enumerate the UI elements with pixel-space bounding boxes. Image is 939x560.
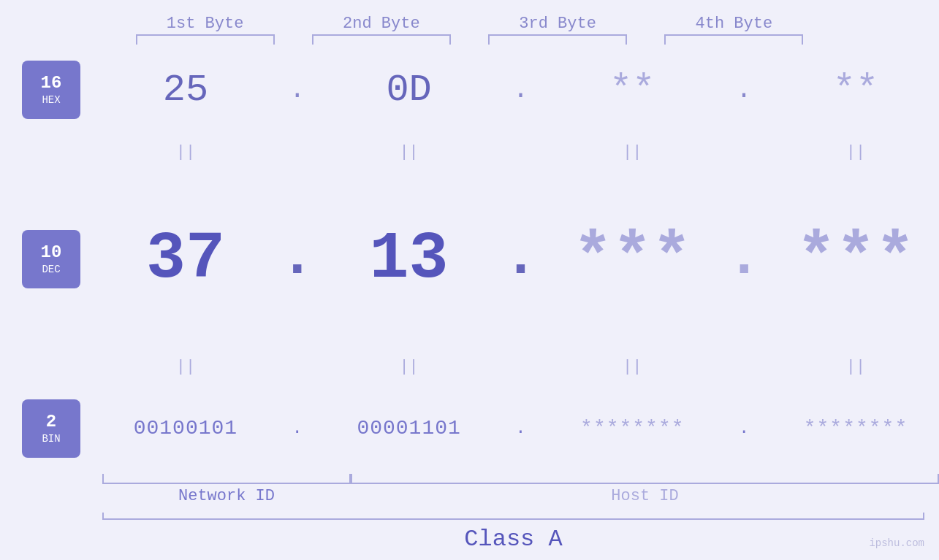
- bracket-2: [312, 34, 451, 45]
- class-label: Class A: [102, 526, 924, 553]
- sep-values-2: || || || ||: [102, 358, 939, 376]
- byte-headers: 1st Byte 2nd Byte 3rd Byte 4th Byte: [0, 15, 939, 33]
- hex-dot1: .: [283, 75, 312, 105]
- bin-dot3: .: [729, 418, 759, 438]
- class-bottom-bracket: [102, 513, 924, 520]
- sep-values-1: || || || ||: [102, 143, 939, 161]
- bin-dot2: .: [506, 418, 535, 438]
- dec-byte4: ***: [786, 222, 925, 296]
- byte2-header: 2nd Byte: [308, 15, 455, 33]
- host-id-label: Host ID: [351, 487, 939, 505]
- sep-cell-3: ||: [563, 143, 702, 161]
- dec-byte3: ***: [563, 222, 702, 296]
- hex-dot2: .: [506, 75, 535, 105]
- bracket-4: [664, 34, 803, 45]
- network-host-labels: Network ID Host ID: [102, 487, 939, 505]
- dec-byte2: 13: [340, 222, 479, 296]
- bin-badge: 2 BIN: [22, 399, 80, 458]
- bottom-section: Network ID Host ID Class A: [0, 474, 939, 560]
- dec-dot1: .: [283, 229, 312, 291]
- byte4-header: 4th Byte: [661, 15, 807, 33]
- hex-badge-area: 16 HEX: [0, 61, 102, 119]
- bin-values: 00100101 . 00001101 . ******** .: [102, 417, 939, 440]
- dec-row: 10 DEC 37 . 13 . ***: [0, 169, 939, 350]
- bin-badge-number: 2: [46, 412, 56, 433]
- hex-badge-number: 16: [41, 73, 62, 94]
- dec-dot3: .: [729, 229, 759, 291]
- hex-byte4: **: [786, 69, 925, 112]
- bin-byte1: 00100101: [116, 417, 255, 440]
- bottom-bracket-row: [102, 474, 939, 484]
- hex-row: 16 HEX 25 . 0D . **: [0, 45, 939, 136]
- sep-cell-8: ||: [786, 358, 925, 376]
- bin-byte4: ********: [786, 417, 925, 440]
- dec-badge-area: 10 DEC: [0, 230, 102, 288]
- dec-badge-number: 10: [41, 242, 62, 264]
- dec-badge-label: DEC: [42, 264, 60, 276]
- hex-badge: 16 HEX: [22, 61, 80, 119]
- byte3-header: 3rd Byte: [484, 15, 631, 33]
- dec-dot2: .: [506, 229, 535, 291]
- sep-row-1: || || || ||: [0, 136, 939, 169]
- sep-cell-5: ||: [116, 358, 255, 376]
- sep-row-2: || || || ||: [0, 350, 939, 383]
- hex-badge-label: HEX: [42, 94, 60, 107]
- bin-badge-label: BIN: [42, 433, 60, 445]
- sep-cell-1: ||: [116, 143, 255, 161]
- hex-byte1: 25: [116, 69, 255, 112]
- top-brackets: [0, 34, 939, 45]
- dec-byte1: 37: [116, 222, 255, 296]
- sep-cell-2: ||: [340, 143, 479, 161]
- hex-values: 25 . 0D . ** . **: [102, 69, 939, 112]
- bin-row: 2 BIN 00100101 . 00001101 . ********: [0, 383, 939, 475]
- sep-cell-6: ||: [340, 358, 479, 376]
- class-bracket-area: Class A: [102, 513, 924, 560]
- sep-cell-4: ||: [786, 143, 925, 161]
- network-bottom-bracket: [102, 474, 351, 484]
- sep-cell-7: ||: [563, 358, 702, 376]
- watermark: ipshu.com: [869, 537, 924, 549]
- rows-container: 16 HEX 25 . 0D . **: [0, 45, 939, 474]
- bin-dot1: .: [283, 418, 312, 438]
- bin-byte2: 00001101: [340, 417, 479, 440]
- byte1-header: 1st Byte: [132, 15, 278, 33]
- bin-badge-area: 2 BIN: [0, 399, 102, 458]
- dec-values: 37 . 13 . *** . ***: [102, 222, 939, 296]
- bracket-1: [136, 34, 275, 45]
- hex-byte3: **: [563, 69, 702, 112]
- network-id-label: Network ID: [102, 487, 351, 505]
- main-container: 1st Byte 2nd Byte 3rd Byte 4th Byte 16 H…: [0, 0, 939, 560]
- host-bottom-bracket: [351, 474, 939, 484]
- dec-badge: 10 DEC: [22, 230, 80, 288]
- hex-byte2: 0D: [340, 69, 479, 112]
- hex-dot3: .: [729, 75, 759, 105]
- bin-byte3: ********: [563, 417, 702, 440]
- bracket-3: [488, 34, 627, 45]
